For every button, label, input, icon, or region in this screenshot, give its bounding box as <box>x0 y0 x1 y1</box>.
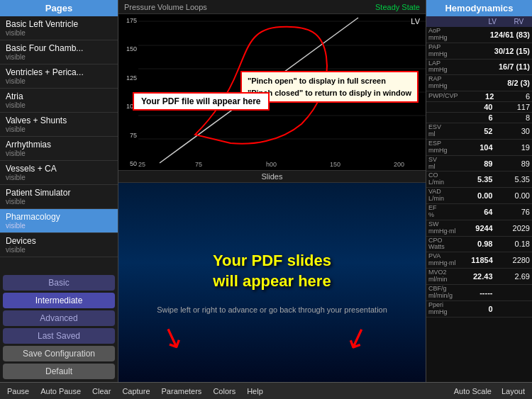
hemo-row-3: RAP mmHg 8/2 (3) <box>426 75 532 91</box>
svg-text:200: 200 <box>394 161 404 168</box>
hemo-row-16: MVO2 ml/min 22.43 2.69 <box>426 269 532 285</box>
pdf-label-box: Your PDF file will appear here <box>133 92 270 111</box>
hemo-row-5: 40 117 <box>426 102 532 113</box>
slides-text-line2: will appear here <box>213 272 331 290</box>
hemo-row-13: SW mmHg·ml 9244 2029 <box>426 220 532 237</box>
hemo-row-4: PWP/CVP 12 6 <box>426 91 532 102</box>
sidebar-item-valves_+_shunts[interactable]: Valves + Shuntsvisible <box>0 113 118 137</box>
sidebar-btn-advanced[interactable]: Advanced <box>3 310 115 326</box>
center-area: Pressure Volume Loops Steady State 175 1… <box>118 0 426 382</box>
bottom-btn-pause[interactable]: Pause <box>7 387 29 395</box>
sidebar-item-basic_left_ventricle[interactable]: Basic Left Ventriclevisible <box>0 16 118 40</box>
hemo-row-18: Pperi mmHg 0 <box>426 301 532 317</box>
sidebar-btn-intermediate[interactable]: Intermediate <box>3 293 115 308</box>
svg-text:h00: h00 <box>266 161 277 168</box>
bottom-btn-help[interactable]: Help <box>247 387 263 395</box>
sidebar-pages: Basic Left VentriclevisibleBasic Four Ch… <box>0 16 118 272</box>
right-panel: Hemodynamics LVRV AoP mmHg 124/61 (83) P… <box>426 0 532 382</box>
slides-main-text: Your PDF slides will appear here <box>213 251 331 291</box>
bottom-bar: PauseAuto PauseClearCaptureParametersCol… <box>0 382 532 399</box>
sidebar-btn-last-saved[interactable]: Last Saved <box>3 328 115 344</box>
bottom-btn-auto-pause[interactable]: Auto Pause <box>40 387 81 395</box>
hemo-row-12: EF % 64 76 <box>426 204 532 220</box>
svg-text:25: 25 <box>138 161 145 168</box>
arrow-right-icon: ↙ <box>340 318 374 357</box>
sidebar-item-vessels_+_ca[interactable]: Vessels + CAvisible <box>0 161 118 185</box>
hemo-row-14: CPO Watts 0.98 0.18 <box>426 237 532 253</box>
sidebar-item-basic_four_chamb[interactable]: Basic Four Chamb...visible <box>0 40 118 64</box>
hemo-row-1: PAP mmHg 30/12 (15) <box>426 43 532 60</box>
hemo-row-8: ESP mmHg 104 19 <box>426 140 532 156</box>
bottom-btn-right-layout[interactable]: Layout <box>501 387 525 395</box>
hemodynamics-table: LVRV AoP mmHg 124/61 (83) PAP mmHg 30/12… <box>426 16 532 382</box>
sidebar-item-patient_simulator[interactable]: Patient Simulatorvisible <box>0 185 118 209</box>
chart-title-label: Pressure Volume Loops <box>124 3 207 11</box>
slides-label: Slides <box>118 170 426 183</box>
hemo-row-9: SV ml 89 89 <box>426 156 532 172</box>
bottom-btn-clear[interactable]: Clear <box>92 387 111 395</box>
svg-text:75: 75 <box>195 161 202 168</box>
slides-sub-text: Swipe left or right to advance or go bac… <box>157 305 387 314</box>
svg-text:150: 150 <box>330 161 340 168</box>
arrow-left-icon: ↘ <box>156 318 190 357</box>
top-bar: Pressure Volume Loops Steady State <box>118 0 426 14</box>
hemo-row-2: LAP mmHg 16/7 (11) <box>426 60 532 76</box>
steady-state-label: Steady State <box>375 3 420 11</box>
sidebar-item-ventricles_+_perica[interactable]: Ventricles + Perica...visible <box>0 64 118 89</box>
sidebar-item-arrhythmias[interactable]: Arrhythmiasvisible <box>0 137 118 161</box>
slides-content: Your PDF slides will appear here Swipe l… <box>118 183 426 382</box>
sidebar-item-devices[interactable]: Devicesvisible <box>0 233 118 257</box>
hemo-row-17: CBF/g ml/min/g ----- <box>426 285 532 301</box>
sidebar-btn-basic[interactable]: Basic <box>3 275 115 291</box>
hemo-row-7: ESV ml 52 30 <box>426 123 532 140</box>
bottom-btn-colors[interactable]: Colors <box>213 387 235 395</box>
hemo-sub-header: LVRV <box>426 16 532 27</box>
slides-text-line1: Your PDF slides <box>213 252 331 269</box>
chart-area: 175 150 125 100 75 50 <box>118 14 426 170</box>
hemo-row-11: VAD L/min 0.00 0.00 <box>426 188 532 204</box>
sidebar-buttons: BasicIntermediateAdvancedLast SavedSave … <box>0 272 118 382</box>
main-area: Pages Basic Left VentriclevisibleBasic F… <box>0 0 532 382</box>
bottom-btn-parameters[interactable]: Parameters <box>162 387 202 395</box>
sidebar-btn-save-configuration[interactable]: Save Configuration <box>3 346 115 361</box>
bottom-btn-right-auto-scale[interactable]: Auto Scale <box>454 387 492 395</box>
hemo-row-6: 6 8 <box>426 113 532 123</box>
tooltip-line2: "Pinch closed" to return to disply in wi… <box>248 87 411 99</box>
tooltip-line1: "Pinch open" to display in full screen <box>248 75 411 87</box>
lv-label: LV <box>411 17 420 26</box>
hemo-row-0: AoP mmHg 124/61 (83) <box>426 27 532 43</box>
hemo-row-15: PVA mmHg·ml 11854 2280 <box>426 252 532 269</box>
sidebar-item-pharmacology[interactable]: Pharmacologyvisible <box>0 209 118 233</box>
hemodynamics-header: Hemodynamics <box>426 0 532 16</box>
hemo-row-10: CO L/min 5.35 5.35 <box>426 172 532 188</box>
sidebar-btn-default[interactable]: Default <box>3 364 115 379</box>
sidebar-header: Pages <box>0 0 118 16</box>
sidebar: Pages Basic Left VentriclevisibleBasic F… <box>0 0 118 382</box>
sidebar-item-atria[interactable]: Atriavisible <box>0 89 118 113</box>
bottom-btn-capture[interactable]: Capture <box>122 387 150 395</box>
app-container: Pages Basic Left VentriclevisibleBasic F… <box>0 0 532 399</box>
slides-area: Slides Your PDF slides will appear here … <box>118 170 426 382</box>
